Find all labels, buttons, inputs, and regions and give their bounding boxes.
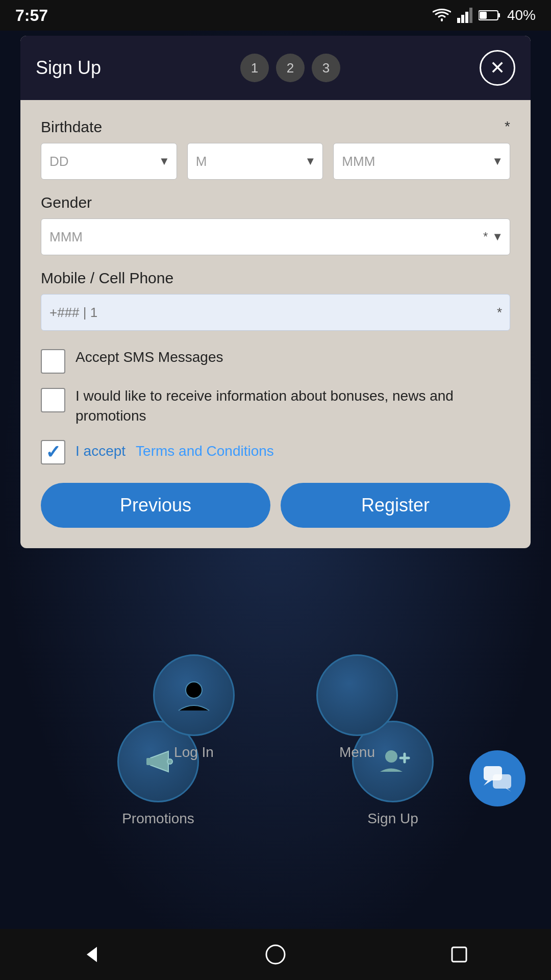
step-1: 1 (240, 54, 269, 82)
previous-button[interactable]: Previous (41, 483, 270, 528)
android-nav (0, 929, 551, 980)
status-icons: 40% (433, 7, 536, 23)
recents-icon (450, 945, 468, 964)
gender-select[interactable]: MMM (41, 218, 510, 255)
signup-label: Sign Up (367, 811, 418, 827)
nav-menu[interactable]: Menu (316, 654, 398, 761)
svg-rect-3 (469, 8, 472, 23)
chat-fab[interactable] (469, 750, 525, 806)
action-buttons: Previous Register (41, 483, 510, 528)
phone-input[interactable] (41, 294, 510, 331)
svg-rect-2 (465, 12, 468, 23)
svg-rect-23 (452, 947, 466, 962)
bottom-nav-row2: Log In Menu (0, 654, 551, 761)
modal-header: Sign Up 1 2 3 ✕ (20, 36, 531, 100)
phone-star: * (497, 305, 502, 321)
svg-point-13 (186, 682, 202, 698)
register-button[interactable]: Register (281, 483, 510, 528)
battery-icon (479, 9, 501, 21)
promotions-label: Promotions (122, 811, 194, 827)
menu-circle (316, 654, 398, 736)
login-icon (173, 675, 214, 716)
check-icon: ✓ (45, 442, 61, 463)
modal-title: Sign Up (36, 57, 101, 79)
signal-icon (457, 8, 472, 23)
birthdate-row: DD ▼ M ▼ MMM ▼ (41, 143, 510, 180)
month-select[interactable]: M (187, 143, 323, 180)
sms-checkbox[interactable] (41, 349, 65, 374)
terms-row: ✓ I accept Terms and Conditions (41, 438, 510, 464)
step-indicators: 1 2 3 (240, 54, 340, 82)
svg-point-22 (266, 945, 285, 964)
year-wrapper: MMM ▼ (333, 143, 510, 180)
login-label: Log In (174, 744, 214, 761)
signup-modal: Sign Up 1 2 3 ✕ Birthdate * (20, 36, 531, 548)
svg-rect-6 (480, 12, 487, 19)
nav-login[interactable]: Log In (153, 654, 235, 761)
i-accept-text: I accept (76, 443, 126, 459)
svg-rect-5 (498, 13, 500, 17)
month-wrapper: M ▼ (187, 143, 323, 180)
promo-checkbox[interactable] (41, 388, 65, 412)
sms-checkbox-row[interactable]: Accept SMS Messages (41, 347, 510, 374)
wifi-icon (433, 8, 451, 22)
sms-label: Accept SMS Messages (76, 347, 223, 367)
step-2: 2 (276, 54, 305, 82)
home-icon (264, 943, 287, 966)
terms-checkbox[interactable]: ✓ (41, 440, 65, 464)
svg-marker-21 (87, 947, 97, 962)
status-bar: 7:57 40% (0, 0, 551, 31)
battery-percent: 40% (507, 7, 536, 23)
back-button[interactable] (77, 939, 107, 970)
phone-wrapper: * (41, 294, 510, 331)
day-wrapper: DD ▼ (41, 143, 177, 180)
status-time: 7:57 (15, 6, 48, 25)
svg-rect-1 (461, 15, 464, 23)
promo-label: I would like to receive information abou… (76, 386, 510, 426)
step-3: 3 (312, 54, 340, 82)
svg-marker-18 (484, 780, 492, 786)
terms-link[interactable]: Terms and Conditions (136, 443, 274, 459)
modal-body: Birthdate * DD ▼ M ▼ M (20, 100, 531, 548)
phone-section: Mobile / Cell Phone * (41, 270, 510, 331)
gender-section: Gender MMM * ▼ (41, 194, 510, 255)
menu-icon (337, 675, 378, 716)
gender-wrapper: MMM * ▼ (41, 218, 510, 255)
birthdate-section: Birthdate * DD ▼ M ▼ M (41, 118, 510, 180)
year-select[interactable]: MMM (333, 143, 510, 180)
birthdate-label: Birthdate * (41, 118, 510, 136)
recents-button[interactable] (444, 939, 474, 970)
phone-label: Mobile / Cell Phone (41, 270, 510, 287)
day-select[interactable]: DD (41, 143, 177, 180)
home-button[interactable] (260, 939, 291, 970)
promo-checkbox-row[interactable]: I would like to receive information abou… (41, 386, 510, 426)
close-button[interactable]: ✕ (480, 50, 515, 86)
login-circle (153, 654, 235, 736)
chat-icon (483, 765, 512, 792)
gender-label: Gender (41, 194, 510, 211)
svg-rect-19 (493, 774, 511, 789)
back-icon (82, 944, 102, 965)
svg-rect-0 (457, 18, 460, 23)
menu-label: Menu (339, 744, 375, 761)
